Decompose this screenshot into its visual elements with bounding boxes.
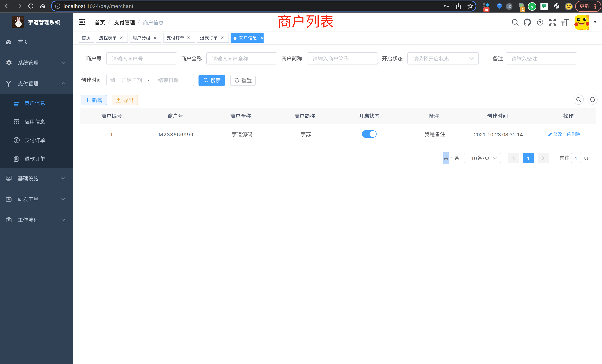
- svg-text:⌘: ⌘: [507, 4, 511, 9]
- svg-text:y: y: [531, 4, 534, 9]
